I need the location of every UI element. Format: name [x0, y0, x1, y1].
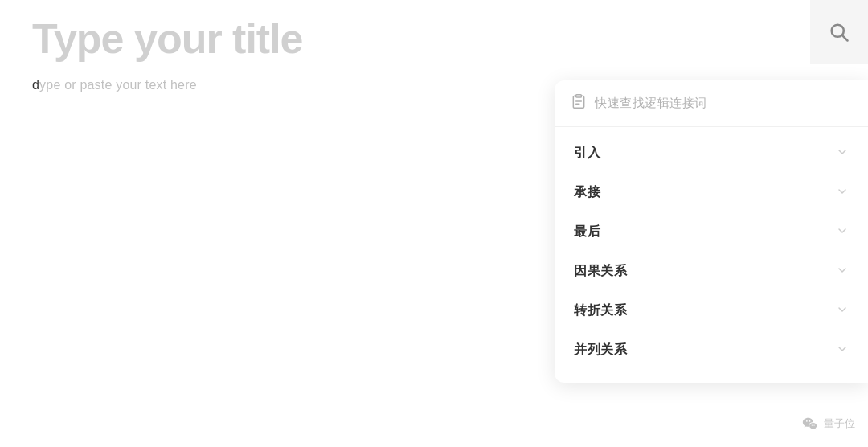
- category-item-causal[interactable]: 因果关系: [555, 252, 868, 291]
- category-label-continue: 承接: [574, 184, 600, 201]
- chevron-down-icon-continue: [836, 185, 849, 200]
- chevron-down-icon-finally: [836, 224, 849, 240]
- category-item-parallel[interactable]: 并列关系: [555, 330, 868, 370]
- chevron-down-icon-parallel: [836, 342, 849, 358]
- dropdown-search-bar[interactable]: 快速查找逻辑连接词: [555, 80, 868, 127]
- search-button[interactable]: [810, 0, 868, 64]
- category-label-parallel: 并列关系: [574, 342, 627, 359]
- title-area: Type your title: [0, 0, 868, 70]
- category-label-intro: 引入: [574, 145, 600, 162]
- category-label-finally: 最后: [574, 224, 600, 240]
- dropdown-panel: 快速查找逻辑连接词 引入承接最后因果关系转折关系并列关系: [555, 80, 868, 383]
- chevron-down-icon-causal: [836, 264, 849, 279]
- wechat-watermark: 量子位: [801, 415, 855, 433]
- category-item-contrast[interactable]: 转折关系: [555, 291, 868, 330]
- placeholder-text: ype or paste your text here: [39, 78, 197, 92]
- category-item-intro[interactable]: 引入: [555, 133, 868, 173]
- clipboard-icon: [571, 93, 587, 113]
- dropdown-search-placeholder: 快速查找逻辑连接词: [595, 96, 707, 111]
- cursor-char: d: [32, 78, 39, 92]
- wechat-platform-text: 量子位: [824, 416, 855, 431]
- category-item-continue[interactable]: 承接: [555, 173, 868, 212]
- category-item-finally[interactable]: 最后: [555, 212, 868, 252]
- chevron-down-icon-contrast: [836, 303, 849, 318]
- svg-line-1: [842, 35, 847, 40]
- chevron-down-icon-intro: [836, 146, 849, 161]
- svg-rect-2: [576, 95, 582, 97]
- search-icon: [828, 21, 850, 43]
- category-label-causal: 因果关系: [574, 263, 627, 280]
- category-list: 引入承接最后因果关系转折关系并列关系: [555, 127, 868, 376]
- page-title: Type your title: [32, 16, 836, 62]
- wechat-icon: [801, 415, 819, 433]
- category-label-contrast: 转折关系: [574, 302, 627, 319]
